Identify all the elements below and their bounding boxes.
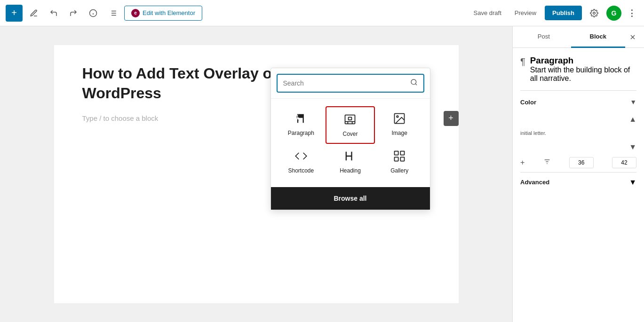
- publish-button[interactable]: Publish: [545, 6, 582, 20]
- advanced-chevron-icon: ▼: [629, 178, 636, 187]
- block-item-paragraph[interactable]: Paragraph: [277, 106, 326, 144]
- color-section-header[interactable]: Color ▼: [520, 96, 636, 108]
- elementor-logo: e: [131, 9, 140, 17]
- user-avatar-button[interactable]: G: [606, 6, 621, 21]
- block-info-text: Paragraph Start with the building block …: [530, 55, 636, 83]
- search-submit-button[interactable]: [405, 75, 423, 92]
- color-section-title: Color: [520, 99, 536, 106]
- heading-icon: [343, 149, 357, 165]
- svg-rect-16: [349, 117, 352, 120]
- info-button[interactable]: [85, 5, 102, 22]
- block-item-image-label: Image: [391, 130, 407, 136]
- svg-rect-12: [345, 115, 355, 124]
- pen-icon-button[interactable]: [25, 5, 42, 22]
- block-item-cover-label: Cover: [342, 131, 358, 137]
- number-input-1[interactable]: [569, 157, 594, 168]
- block-item-heading[interactable]: Heading: [326, 144, 375, 180]
- color-section: Color ▼: [520, 90, 636, 113]
- browse-all-button[interactable]: Browse all: [271, 187, 430, 210]
- block-item-shortcode[interactable]: Shortcode: [277, 144, 326, 180]
- block-search-area: [271, 68, 430, 99]
- block-info-name: Paragraph: [530, 55, 636, 66]
- shortcode-icon: [294, 149, 308, 165]
- panel-tabs: Post Block: [513, 26, 644, 48]
- editor-content: How to Add Text Overlay on Images in Wor…: [54, 45, 459, 303]
- block-picker-popup: Paragraph Cove: [270, 68, 430, 210]
- advanced-title: Advanced: [520, 179, 549, 186]
- toolbar-left: + e Edit: [6, 5, 465, 22]
- block-item-image[interactable]: Image: [375, 106, 424, 144]
- add-block-inline-button[interactable]: +: [444, 111, 459, 126]
- number-input-2[interactable]: [612, 157, 636, 168]
- svg-rect-19: [395, 151, 398, 155]
- tab-post[interactable]: Post: [517, 26, 571, 48]
- svg-rect-20: [400, 151, 404, 155]
- undo-button[interactable]: [45, 5, 62, 22]
- image-icon: [393, 112, 406, 127]
- filter-button[interactable]: [543, 158, 551, 167]
- advanced-section-header[interactable]: Advanced ▼: [520, 178, 636, 187]
- section-expand-area: ▼: [520, 141, 636, 153]
- block-item-gallery[interactable]: Gallery: [375, 144, 424, 180]
- panel-close-button[interactable]: [625, 26, 640, 47]
- panel-body: ¶ Paragraph Start with the building bloc…: [513, 48, 644, 322]
- block-item-shortcode-label: Shortcode: [288, 167, 314, 174]
- block-item-heading-label: Heading: [340, 167, 361, 174]
- top-toolbar: + e Edit: [0, 0, 644, 26]
- hint-text-label: initial letter.: [520, 130, 546, 136]
- right-panel: Post Block ¶ Paragraph Start with the bu…: [512, 26, 644, 322]
- tab-block[interactable]: Block: [571, 26, 626, 48]
- block-item-paragraph-label: Paragraph: [288, 130, 314, 136]
- edit-with-elementor-button[interactable]: e Edit with Elementor: [124, 6, 202, 21]
- more-options-button[interactable]: ⋮: [625, 8, 638, 18]
- editor-area: How to Add Text Overlay on Images in Wor…: [0, 26, 512, 322]
- svg-point-18: [397, 116, 398, 118]
- block-info: ¶ Paragraph Start with the building bloc…: [520, 55, 636, 83]
- main-layout: How to Add Text Overlay on Images in Wor…: [0, 26, 644, 322]
- color-section-chevron: ▼: [630, 98, 636, 106]
- redo-button[interactable]: [65, 5, 82, 22]
- section-expand-button[interactable]: ▼: [629, 143, 636, 151]
- save-draft-button[interactable]: Save draft: [469, 7, 506, 19]
- paragraph-icon: [294, 112, 308, 127]
- scroll-up-area: ▲: [520, 113, 636, 126]
- list-view-button[interactable]: [104, 5, 121, 22]
- preview-button[interactable]: Preview: [510, 7, 541, 19]
- cover-icon: [343, 113, 357, 128]
- search-input-wrap: [277, 74, 424, 93]
- settings-button[interactable]: [586, 5, 603, 22]
- svg-point-9: [593, 12, 596, 14]
- toolbar-right: Save draft Preview Publish G ⋮: [469, 5, 638, 22]
- svg-point-10: [411, 79, 416, 85]
- block-item-gallery-label: Gallery: [390, 167, 408, 174]
- block-item-cover[interactable]: Cover: [326, 106, 375, 144]
- elementor-button-label: Edit with Elementor: [143, 9, 195, 16]
- gallery-icon: [393, 149, 406, 165]
- add-block-toolbar-button[interactable]: +: [6, 5, 23, 22]
- svg-rect-22: [400, 157, 404, 161]
- panel-hint-text: initial letter.: [520, 126, 636, 141]
- add-row-button[interactable]: +: [520, 158, 525, 167]
- paragraph-block-icon: ¶: [520, 56, 525, 67]
- block-info-desc: Start with the building block of all nar…: [530, 66, 636, 83]
- advanced-section: Advanced ▼: [520, 172, 636, 192]
- svg-line-11: [415, 84, 417, 85]
- number-row: +: [520, 153, 636, 172]
- block-grid: Paragraph Cove: [271, 99, 430, 187]
- block-search-input[interactable]: [278, 76, 405, 91]
- placeholder-text: Type / to choose a block: [82, 114, 159, 122]
- scroll-up-button[interactable]: ▲: [629, 115, 636, 124]
- svg-rect-21: [395, 157, 398, 161]
